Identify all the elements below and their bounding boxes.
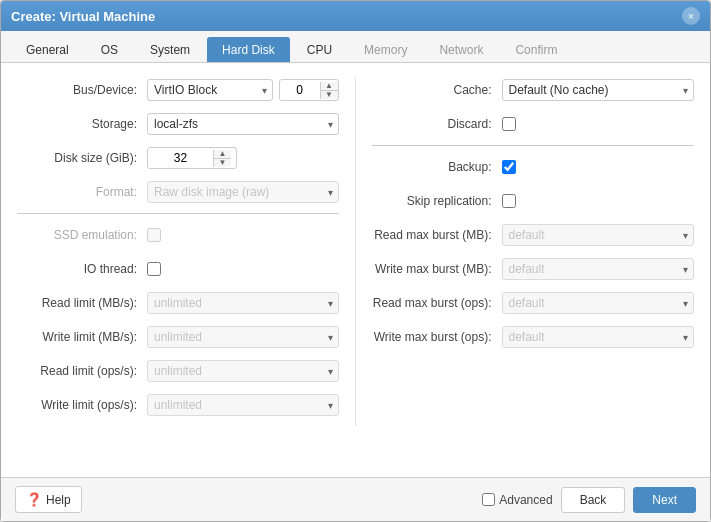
write-max-burst-mb-row: Write max burst (MB): default ▾ <box>372 256 695 282</box>
cache-select[interactable]: Default (No cache) <box>502 79 695 101</box>
help-label: Help <box>46 493 71 507</box>
next-button[interactable]: Next <box>633 487 696 513</box>
bus-device-control: VirtIO Block ▾ ▲ ▼ <box>147 79 339 101</box>
tab-harddisk[interactable]: Hard Disk <box>207 37 290 62</box>
form-grid: Bus/Device: VirtIO Block ▾ ▲ <box>17 77 694 426</box>
left-separator <box>17 213 339 214</box>
right-separator <box>372 145 695 146</box>
disk-size-row: Disk size (GiB): ▲ ▼ <box>17 145 339 171</box>
left-column: Bus/Device: VirtIO Block ▾ ▲ <box>17 77 356 426</box>
read-max-burst-ops-select[interactable]: default <box>502 292 695 314</box>
ssd-emulation-control <box>147 228 339 242</box>
device-number-input[interactable] <box>280 80 320 100</box>
help-button[interactable]: ❓ Help <box>15 486 82 513</box>
read-ops-row: Read limit (ops/s): unlimited ▾ <box>17 358 339 384</box>
read-ops-select[interactable]: unlimited <box>147 360 339 382</box>
backup-checkbox[interactable] <box>502 160 516 174</box>
read-limit-label: Read limit (MB/s): <box>17 296 147 310</box>
read-max-burst-ops-label: Read max burst (ops): <box>372 296 502 310</box>
bus-device-label: Bus/Device: <box>17 83 147 97</box>
tab-system[interactable]: System <box>135 37 205 62</box>
format-select-wrapper: Raw disk image (raw) ▾ <box>147 181 339 203</box>
read-max-burst-mb-wrapper: default ▾ <box>502 224 695 246</box>
backup-label: Backup: <box>372 160 502 174</box>
device-number-wrapper: ▲ ▼ <box>279 79 339 101</box>
right-column: Cache: Default (No cache) ▾ Discard: <box>356 77 695 426</box>
skip-replication-control <box>502 194 695 208</box>
skip-replication-checkbox[interactable] <box>502 194 516 208</box>
write-max-burst-mb-select[interactable]: default <box>502 258 695 280</box>
dialog-title: Create: Virtual Machine <box>11 9 155 24</box>
storage-select[interactable]: local-zfs <box>147 113 339 135</box>
ssd-emulation-checkbox[interactable] <box>147 228 161 242</box>
write-max-burst-ops-row: Write max burst (ops): default ▾ <box>372 324 695 350</box>
disk-size-wrapper: ▲ ▼ <box>147 147 237 169</box>
write-max-burst-ops-wrapper: default ▾ <box>502 326 695 348</box>
device-number-down[interactable]: ▼ <box>321 91 338 99</box>
write-limit-select[interactable]: unlimited <box>147 326 339 348</box>
tab-cpu[interactable]: CPU <box>292 37 347 62</box>
io-thread-label: IO thread: <box>17 262 147 276</box>
bus-device-row: Bus/Device: VirtIO Block ▾ ▲ <box>17 77 339 103</box>
tab-confirm: Confirm <box>500 37 572 62</box>
disk-size-input[interactable] <box>148 148 213 168</box>
write-max-burst-ops-select[interactable]: default <box>502 326 695 348</box>
tab-os[interactable]: OS <box>86 37 133 62</box>
read-max-burst-mb-row: Read max burst (MB): default ▾ <box>372 222 695 248</box>
write-max-burst-mb-label: Write max burst (MB): <box>372 262 502 276</box>
write-limit-row: Write limit (MB/s): unlimited ▾ <box>17 324 339 350</box>
io-thread-row: IO thread: <box>17 256 339 282</box>
write-max-burst-ops-label: Write max burst (ops): <box>372 330 502 344</box>
read-max-burst-ops-row: Read max burst (ops): default ▾ <box>372 290 695 316</box>
close-button[interactable]: × <box>682 7 700 25</box>
io-thread-control <box>147 262 339 276</box>
storage-row: Storage: local-zfs ▾ <box>17 111 339 137</box>
cache-label: Cache: <box>372 83 502 97</box>
read-max-burst-mb-label: Read max burst (MB): <box>372 228 502 242</box>
read-max-burst-mb-select[interactable]: default <box>502 224 695 246</box>
cache-select-wrapper: Default (No cache) ▾ <box>502 79 695 101</box>
disk-size-spinner: ▲ ▼ <box>213 150 231 167</box>
read-ops-label: Read limit (ops/s): <box>17 364 147 378</box>
advanced-label: Advanced <box>482 493 552 507</box>
bus-select[interactable]: VirtIO Block <box>147 79 273 101</box>
write-ops-row: Write limit (ops/s): unlimited ▾ <box>17 392 339 418</box>
tabs-bar: General OS System Hard Disk CPU Memory N… <box>1 31 710 63</box>
write-ops-select[interactable]: unlimited <box>147 394 339 416</box>
disk-size-label: Disk size (GiB): <box>17 151 147 165</box>
io-thread-checkbox[interactable] <box>147 262 161 276</box>
format-select[interactable]: Raw disk image (raw) <box>147 181 339 203</box>
format-label: Format: <box>17 185 147 199</box>
bus-select-wrapper: VirtIO Block ▾ <box>147 79 273 101</box>
back-button[interactable]: Back <box>561 487 626 513</box>
dialog: Create: Virtual Machine × General OS Sys… <box>0 0 711 522</box>
write-limit-label: Write limit (MB/s): <box>17 330 147 344</box>
tab-general[interactable]: General <box>11 37 84 62</box>
tab-network: Network <box>424 37 498 62</box>
read-ops-wrapper: unlimited ▾ <box>147 360 339 382</box>
discard-checkbox[interactable] <box>502 117 516 131</box>
cache-row: Cache: Default (No cache) ▾ <box>372 77 695 103</box>
write-limit-wrapper: unlimited ▾ <box>147 326 339 348</box>
write-ops-label: Write limit (ops/s): <box>17 398 147 412</box>
format-row: Format: Raw disk image (raw) ▾ <box>17 179 339 205</box>
advanced-checkbox[interactable] <box>482 493 495 506</box>
ssd-emulation-label: SSD emulation: <box>17 228 147 242</box>
title-bar: Create: Virtual Machine × <box>1 1 710 31</box>
disk-size-down[interactable]: ▼ <box>214 159 231 167</box>
device-number-spinner: ▲ ▼ <box>320 82 338 99</box>
storage-select-wrapper: local-zfs ▾ <box>147 113 339 135</box>
tab-memory: Memory <box>349 37 422 62</box>
ssd-emulation-row: SSD emulation: <box>17 222 339 248</box>
discard-row: Discard: <box>372 111 695 137</box>
read-limit-row: Read limit (MB/s): unlimited ▾ <box>17 290 339 316</box>
form-content: Bus/Device: VirtIO Block ▾ ▲ <box>1 63 710 477</box>
write-ops-wrapper: unlimited ▾ <box>147 394 339 416</box>
skip-replication-row: Skip replication: <box>372 188 695 214</box>
skip-replication-label: Skip replication: <box>372 194 502 208</box>
read-limit-select[interactable]: unlimited <box>147 292 339 314</box>
read-max-burst-ops-wrapper: default ▾ <box>502 292 695 314</box>
write-max-burst-mb-wrapper: default ▾ <box>502 258 695 280</box>
help-icon: ❓ <box>26 492 42 507</box>
footer-right: Advanced Back Next <box>482 487 696 513</box>
